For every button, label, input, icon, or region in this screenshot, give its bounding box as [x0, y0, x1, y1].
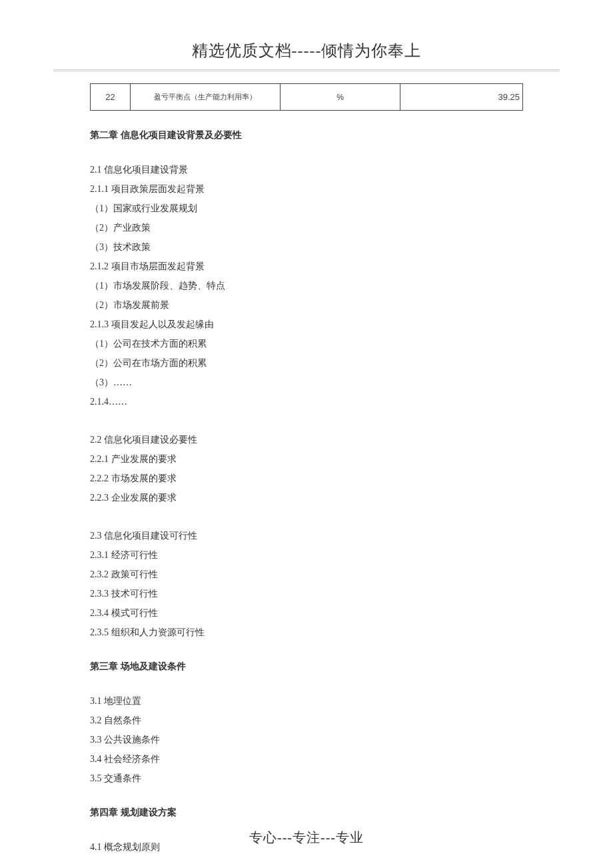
chapter-3-title: 第三章 场地及建设条件 [90, 661, 523, 673]
chapter-2-title: 第二章 信息化项目建设背景及必要性 [90, 129, 523, 141]
data-table: 22 盈亏平衡点（生产能力利用率） % 39.25 [90, 83, 523, 111]
page-footer-text: 专心---专注---专业 [0, 829, 613, 847]
line-item: （1）公司在技术方面的积累 [90, 334, 523, 353]
line-item: 2.1.2 项目市场层面发起背景 [90, 257, 523, 276]
line-item: 3.1 地理位置 [90, 691, 523, 711]
line-item: （2）市场发展前景 [90, 295, 523, 315]
line-item: 2.3.5 组织和人力资源可行性 [90, 623, 523, 642]
line-item: （2）公司在市场方面的积累 [90, 353, 523, 373]
section-2-2: 2.2 信息化项目建设必要性 2.2.1 产业发展的要求 2.2.2 市场发展的… [90, 430, 523, 507]
line-item: 3.2 自然条件 [90, 711, 523, 730]
document-content: 22 盈亏平衡点（生产能力利用率） % 39.25 第二章 信息化项目建设背景及… [0, 71, 613, 868]
cell-description: 盈亏平衡点（生产能力利用率） [131, 84, 281, 111]
line-item: 2.3.4 模式可行性 [90, 603, 523, 623]
section-2-3: 2.3 信息化项目建设可行性 2.3.1 经济可行性 2.3.2 政策可行性 2… [90, 526, 523, 642]
page-container: 精选优质文档-----倾情为你奉上 22 盈亏平衡点（生产能力利用率） % 39… [0, 0, 613, 868]
line-item: 2.2.2 市场发展的要求 [90, 469, 523, 488]
table-row: 22 盈亏平衡点（生产能力利用率） % 39.25 [91, 84, 523, 111]
section-3: 3.1 地理位置 3.2 自然条件 3.3 公共设施条件 3.4 社会经济条件 … [90, 691, 523, 788]
line-item: 2.2.1 产业发展的要求 [90, 449, 523, 469]
cell-number: 22 [91, 84, 131, 111]
section-2-1: 2.1 信息化项目建设背景 2.1.1 项目政策层面发起背景 （1）国家或行业发… [90, 160, 523, 411]
line-item: 3.3 公共设施条件 [90, 730, 523, 749]
line-item: （1）市场发展阶段、趋势、特点 [90, 276, 523, 295]
line-item: 2.2.3 企业发展的要求 [90, 488, 523, 507]
line-item: 2.1.1 项目政策层面发起背景 [90, 179, 523, 199]
heading-2-1: 2.1 信息化项目建设背景 [90, 160, 523, 179]
line-item: 2.3.1 经济可行性 [90, 545, 523, 565]
chapter-2: 第二章 信息化项目建设背景及必要性 2.1 信息化项目建设背景 2.1.1 项目… [90, 129, 523, 868]
cell-unit: % [281, 84, 400, 111]
line-item: 2.3.3 技术可行性 [90, 584, 523, 603]
line-item: （2）产业政策 [90, 218, 523, 237]
line-item: 2.1.3 项目发起人以及发起缘由 [90, 315, 523, 334]
cell-value: 39.25 [400, 84, 523, 111]
line-item: 2.1.4…… [90, 392, 523, 411]
line-item: （3）…… [90, 373, 523, 392]
page-header-title: 精选优质文档-----倾情为你奉上 [0, 0, 613, 69]
line-item: 2.3.2 政策可行性 [90, 565, 523, 584]
line-item: 3.4 社会经济条件 [90, 749, 523, 769]
heading-2-2: 2.2 信息化项目建设必要性 [90, 430, 523, 449]
line-item: 3.5 交通条件 [90, 769, 523, 788]
heading-2-3: 2.3 信息化项目建设可行性 [90, 526, 523, 545]
line-item: （3）技术政策 [90, 237, 523, 257]
line-item: （1）国家或行业发展规划 [90, 199, 523, 218]
chapter-4-title: 第四章 规划建设方案 [90, 807, 523, 819]
